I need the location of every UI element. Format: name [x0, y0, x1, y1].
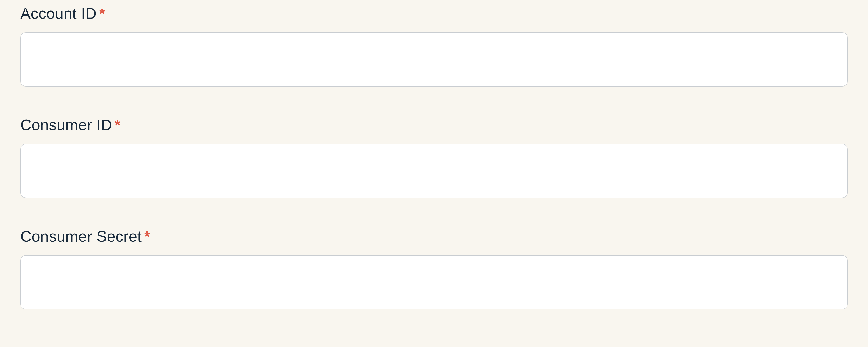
consumer-id-label: Consumer ID: [20, 116, 112, 134]
consumer-secret-input[interactable]: [20, 255, 848, 310]
account-id-label-row: Account ID *: [20, 4, 848, 22]
consumer-secret-label-row: Consumer Secret *: [20, 227, 848, 245]
account-id-input[interactable]: [20, 32, 848, 87]
consumer-secret-group: Consumer Secret *: [20, 227, 848, 310]
account-id-group: Account ID *: [20, 4, 848, 87]
required-asterisk-icon: *: [115, 117, 121, 134]
required-asterisk-icon: *: [145, 228, 150, 245]
consumer-id-label-row: Consumer ID *: [20, 116, 848, 134]
consumer-id-input[interactable]: [20, 144, 848, 198]
consumer-secret-label: Consumer Secret: [20, 227, 142, 245]
required-asterisk-icon: *: [99, 5, 105, 22]
consumer-id-group: Consumer ID *: [20, 116, 848, 198]
account-id-label: Account ID: [20, 4, 97, 22]
